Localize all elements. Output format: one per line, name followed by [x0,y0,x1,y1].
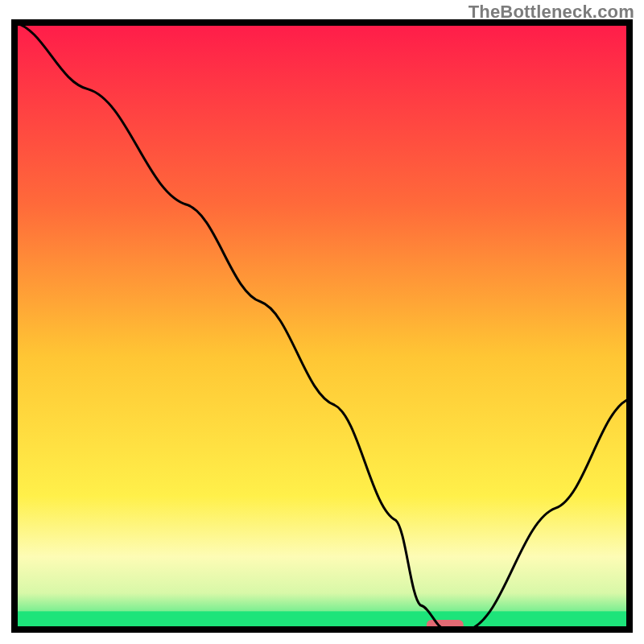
gradient-background [14,23,630,630]
watermark-text: TheBottleneck.com [469,2,634,23]
plot-area [14,23,630,631]
bottleneck-chart [0,0,644,644]
chart-stage: TheBottleneck.com [0,0,644,644]
